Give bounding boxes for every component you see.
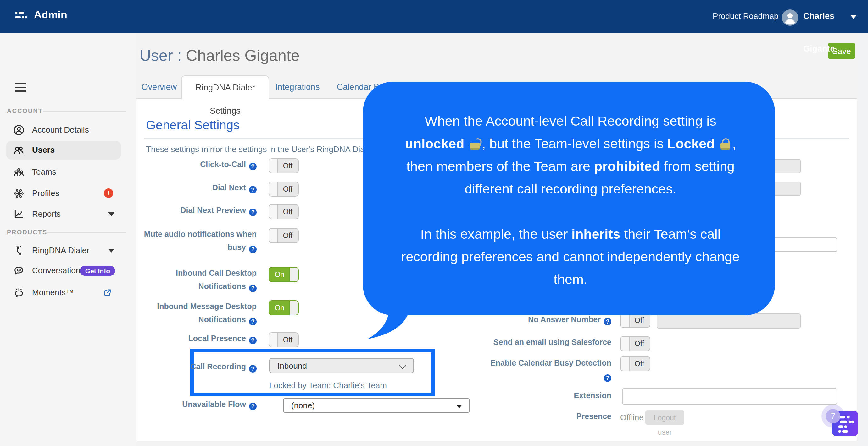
help-icon[interactable] — [249, 317, 257, 325]
app-logo[interactable]: Admin — [15, 9, 67, 21]
users-icon — [13, 144, 25, 156]
field-label-call-recording: Call Recording — [94, 361, 257, 374]
inbound-call-notifications-toggle[interactable]: On — [269, 267, 299, 282]
sidebar-section-products: PRODUCTS — [7, 229, 47, 236]
person-circle-icon — [13, 125, 25, 136]
dial-next-toggle[interactable]: Off — [269, 181, 299, 197]
field-label-inbound-message-notifications: Inbound Message DesktopNotifications — [94, 300, 257, 327]
reports-chart-icon — [13, 209, 25, 220]
field-label-inbound-call-notifications: Inbound Call DesktopNotifications — [94, 267, 257, 294]
sidebar-section-account: ACCOUNT — [7, 107, 43, 114]
chevron-down-icon — [850, 15, 857, 19]
profiles-network-icon — [13, 188, 25, 199]
toggle-knob — [621, 357, 630, 371]
phone-icon — [13, 245, 25, 256]
toggle-state: Off — [277, 333, 298, 347]
toggle-state: On — [269, 301, 290, 315]
sidebar-item-label: Teams — [32, 163, 56, 181]
sidebar-item-label: Reports — [32, 205, 61, 224]
page-title-name: Charles Gigante — [186, 46, 300, 64]
click-to-call-toggle[interactable]: Off — [269, 158, 299, 173]
toggle-state: On — [269, 268, 290, 281]
presence-status: Offline — [620, 413, 644, 422]
extension-input[interactable] — [622, 388, 837, 405]
tab-overview[interactable]: Overview — [137, 75, 181, 99]
help-icon[interactable] — [249, 208, 257, 216]
toggle-knob — [269, 182, 278, 196]
toggle-knob — [289, 268, 298, 281]
toggle-knob — [269, 333, 278, 347]
chevron-down-icon — [399, 362, 406, 369]
callout-text: When the Account-level Call Recording se… — [369, 110, 772, 291]
toggle-knob — [289, 301, 298, 315]
toggle-state: Off — [277, 182, 298, 196]
callout-paragraph: When the Account-level Call Recording se… — [369, 110, 772, 200]
toggle-knob — [269, 205, 278, 218]
tab-integrations[interactable]: Integrations — [269, 75, 326, 99]
unlocked-padlock-icon — [470, 138, 480, 149]
help-icon[interactable] — [249, 245, 257, 253]
hamburger-menu-icon[interactable] — [15, 83, 26, 92]
toggle-knob — [269, 229, 278, 242]
toggle-state: Off — [277, 159, 298, 173]
field-label-dial-next-preview: Dial Next Preview — [94, 204, 257, 217]
sidebar-item-account-details[interactable]: Account Details — [6, 121, 121, 139]
logout-user-button[interactable]: Logout user — [645, 410, 684, 425]
help-icon[interactable] — [604, 374, 611, 382]
help-icon[interactable] — [249, 284, 257, 292]
field-label-dial-next: Dial Next — [94, 181, 257, 195]
morse-logo-icon — [15, 11, 29, 19]
chat-bubble-icon — [13, 265, 25, 276]
help-icon[interactable] — [249, 162, 257, 170]
sidebar-item-label: Moments™ — [32, 283, 74, 302]
user-menu[interactable]: Charles Gigante — [803, 0, 868, 33]
user-avatar-icon — [782, 9, 798, 26]
help-icon[interactable] — [249, 402, 257, 410]
moments-bubble-icon — [13, 287, 25, 298]
scroll-gutter[interactable] — [857, 33, 868, 446]
sidebar-item-label: Users — [32, 141, 55, 160]
sidebar-item-label: Profiles — [32, 184, 59, 203]
general-settings-heading: General Settings — [146, 118, 240, 133]
locked-padlock-icon — [720, 138, 730, 149]
team-icon — [13, 167, 25, 178]
sidebar-item-users[interactable]: Users — [6, 141, 121, 160]
field-label-unavailable-flow: Unavailable Flow — [94, 398, 257, 411]
help-icon[interactable] — [249, 336, 257, 344]
caret-down-icon — [456, 405, 462, 408]
tab-ringdna-dialer-settings[interactable]: RingDNA Dialer Settings — [181, 75, 269, 99]
avatar[interactable] — [782, 9, 798, 28]
calendar-busy-detection-toggle[interactable]: Off — [620, 356, 650, 371]
unavailable-flow-select[interactable]: (none) — [283, 398, 470, 413]
brand-name: Admin — [34, 9, 67, 21]
toggle-state: Off — [629, 357, 650, 371]
toggle-knob — [269, 159, 278, 173]
field-label-local-presence: Local Presence — [94, 332, 257, 345]
sidebar-item-label: Account Details — [32, 121, 89, 139]
product-roadmap-link[interactable]: Product Roadmap — [713, 0, 779, 33]
page-title-prefix: User : — [140, 46, 182, 64]
dial-next-preview-toggle[interactable]: Off — [269, 204, 299, 219]
unavailable-flow-value: (none) — [291, 401, 315, 410]
inbound-message-notifications-toggle[interactable]: On — [269, 300, 299, 315]
locked-by-team-note: Locked by Team: Charlie's Team — [269, 381, 387, 390]
toggle-state: Off — [277, 229, 298, 242]
call-recording-select[interactable]: Inbound — [269, 358, 414, 373]
notification-count-badge[interactable]: 7 — [826, 409, 840, 423]
sidebar-item-label: RingDNA Dialer — [32, 241, 89, 260]
callout-paragraph: In this example, the user inherits their… — [369, 223, 772, 291]
toggle-state: Off — [277, 205, 298, 218]
help-icon[interactable] — [249, 365, 257, 372]
page-title: User : Charles Gigante — [140, 46, 300, 65]
call-recording-value: Inbound — [277, 361, 307, 370]
field-label-click-to-call: Click-to-Call — [94, 158, 257, 171]
section-divider — [43, 111, 126, 112]
top-navbar: Admin Product Roadmap Charles Gigante — [0, 0, 868, 33]
mute-audio-toggle[interactable]: Off — [269, 228, 299, 243]
help-icon[interactable] — [249, 185, 257, 193]
field-label-mute-audio: Mute audio notifications whenbusy — [94, 228, 257, 254]
local-presence-toggle[interactable]: Off — [269, 332, 299, 347]
